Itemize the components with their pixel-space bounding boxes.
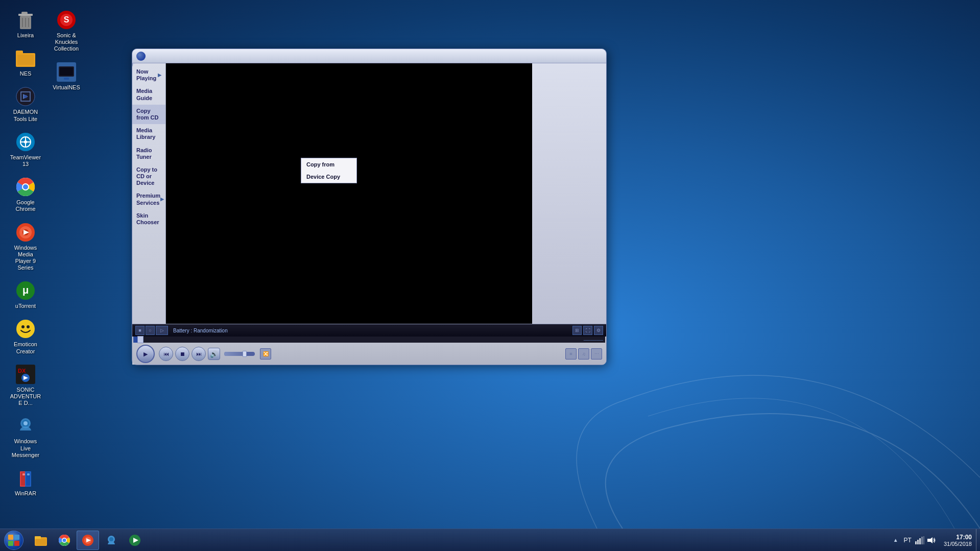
wmp-next-button[interactable]: ⏭ [192,347,206,361]
desktop-icon-wmp[interactable]: Windows Media Player 9 Series [8,220,43,274]
svg-text:DX: DX [18,368,26,374]
tray-network-icon[interactable] [915,536,924,545]
svg-rect-87 [923,536,924,544]
desktop-icon-utorrent[interactable]: μ uTorrent [8,278,43,312]
wmp-play-button[interactable]: ▶ [136,345,155,363]
svg-rect-8 [17,55,34,65]
svg-rect-1 [18,14,33,16]
emoticon-icon [15,319,36,339]
show-desktop-button[interactable] [976,529,980,551]
wmp-vis-button[interactable]: ♫ [578,348,589,360]
desktop-icon-teamviewer[interactable]: TeamViewer 13 [8,130,43,170]
desktop-icon-nes[interactable]: NES [8,46,43,79]
svg-point-28 [21,325,25,328]
wmp-menu-copy-to-cd[interactable]: Copy to CD or Device [132,163,165,190]
winrar-icon [15,468,36,488]
wmp-menu-radio-tuner[interactable]: Radio Tuner [132,144,165,163]
taskbar-clock[interactable]: 17:00 31/05/2018 [940,534,976,547]
wmp-seek-thumb[interactable] [137,336,144,343]
desktop-icon-dx[interactable]: DX SONIC ADVENTURE D... [8,362,43,409]
wmp-status-icon-3[interactable]: ▷ [156,326,168,335]
sonic-icon: S [56,10,77,30]
svg-point-15 [24,140,27,143]
wmp-stop-button[interactable]: ⏹ [175,347,189,361]
wmp-settings-icon[interactable]: ⚙ [594,326,603,335]
desktop-icon-emoticon[interactable]: Emoticon Creator [8,317,43,356]
wmp-shuffle-button[interactable]: 🔀 [260,348,271,360]
svg-rect-42 [27,473,30,475]
wmp-menu-media-guide[interactable]: Media Guide [132,85,165,104]
daemon-icon [15,86,36,107]
premium-arrow: ▶ [160,197,164,202]
lixeira-label: Lixeira [17,32,34,39]
chrome-label: Google Chrome [10,199,41,212]
wmp-status-text: Battery : Randomization [173,328,569,333]
clock-time: 17:00 [956,534,972,541]
taskbar: ▲ PT [0,529,980,551]
taskbar-item-explorer[interactable] [30,531,52,550]
taskbar-item-live[interactable] [100,531,123,550]
desktop-icon-chrome[interactable]: Google Chrome [8,175,43,214]
wmp-status-icon-1[interactable]: ■ [135,326,145,335]
svg-rect-72 [36,539,46,545]
utorrent-label: uTorrent [15,303,36,309]
wmp-video-area [166,63,532,324]
nes-icon [15,48,36,68]
taskbar-tray: ▲ PT [887,529,940,551]
wmp-status-icons-right: ⊞ ⛶ ⚙ [572,326,603,335]
desktop-icon-virtualnes[interactable]: VirtualNES [49,60,84,93]
wmp-mute-button[interactable]: 🔊 [208,348,220,360]
desktop-icon-daemon[interactable]: DAEMON Tools Lite [8,84,43,124]
wmp-menu-copy-from-cd[interactable]: Copy from CD [132,105,165,124]
desktop-icon-lixeira[interactable]: Lixeira [8,8,43,41]
svg-rect-69 [14,541,19,546]
taskbar-wmp-icon [81,534,94,547]
svg-rect-41 [22,473,25,475]
wmp-volume-slider[interactable] [224,352,255,356]
wmp-top-bar [132,49,606,63]
virtualnes-label: VirtualNES [53,84,80,91]
wmp-menu-premium-services[interactable]: Premium Services ▶ [132,189,165,209]
popup-copy-from[interactable]: Copy from [301,158,356,171]
now-playing-arrow: ▶ [158,73,161,78]
utorrent-icon: μ [15,280,36,301]
taskbar-item-chrome[interactable] [53,531,76,550]
wmp-prev-button[interactable]: ⏮ [159,347,173,361]
desktop: Lixeira NES DAE [0,0,980,551]
start-orb [4,531,23,550]
tray-volume-icon[interactable] [926,536,936,545]
desktop-icon-windows-live[interactable]: Windows Live Messenger [8,414,43,461]
svg-point-20 [23,184,28,189]
start-button[interactable] [0,529,28,552]
wmp-more-button[interactable]: ⋯ [591,348,602,360]
copy-popup: Copy from Device Copy [301,158,357,183]
dx-icon: DX [15,364,36,385]
wmp-menu-media-library[interactable]: Media Library [132,124,165,143]
wmp-menu-skin-chooser[interactable]: Skin Chooser [132,209,165,229]
desktop-icon-sonic[interactable]: S Sonic & Knuckles Collection [49,8,84,55]
tray-show-hidden[interactable]: ▲ [891,536,900,545]
wmp-volume-thumb[interactable] [243,351,247,357]
wmp-eq-button[interactable]: ≡ [565,348,577,360]
svg-rect-84 [917,540,919,544]
svg-rect-67 [14,535,19,540]
dx-label: SONIC ADVENTURE D... [10,387,41,407]
wmp-view-icon[interactable]: ⊞ [572,326,582,335]
svg-point-27 [16,320,35,338]
svg-rect-48 [60,67,73,76]
taskbar-item-wmp2[interactable] [124,531,146,550]
wmp-fullscreen-icon[interactable]: ⛶ [583,326,592,335]
wmp-status-icon-2[interactable]: ○ [146,326,155,335]
wmp-icon [15,222,36,243]
popup-device-copy[interactable]: Device Copy [301,171,356,183]
wmp-menu-now-playing[interactable]: Now Playing ▶ [132,65,165,85]
wmp-menu: Now Playing ▶ Media Guide Copy from CD M… [132,63,165,231]
teamviewer-icon [15,132,36,152]
tray-language[interactable]: PT [902,537,913,544]
windows-live-icon [15,416,36,436]
desktop-icon-winrar[interactable]: WinRAR [8,466,43,499]
taskbar-item-wmp[interactable] [77,531,99,550]
taskbar-wmp2-icon [128,534,141,547]
winrar-label: WinRAR [15,490,36,497]
svg-rect-85 [919,538,921,544]
